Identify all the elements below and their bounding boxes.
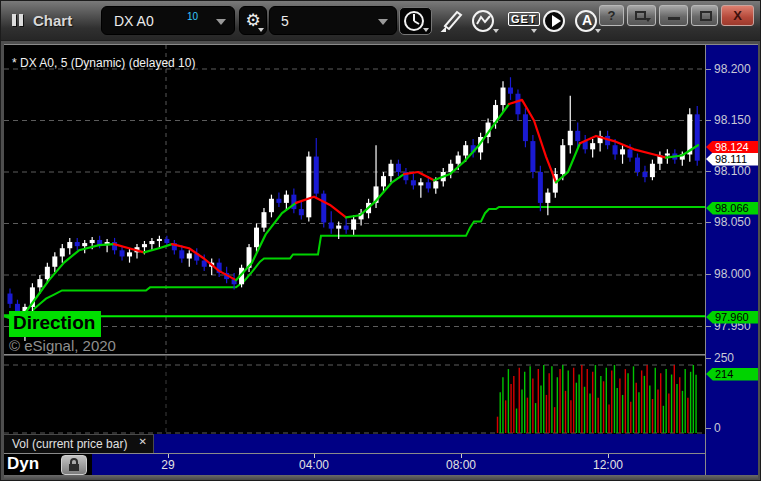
close-icon: X xyxy=(733,8,742,23)
lock-icon xyxy=(62,456,86,474)
play-button[interactable] xyxy=(541,7,571,35)
price-badge: 98.111 xyxy=(706,153,758,166)
price-chart-pane[interactable]: * DX A0, 5 (Dynamic) (delayed 10) Direct… xyxy=(4,45,705,354)
symbol-input[interactable]: DX A0 10 xyxy=(101,6,235,35)
interval-value: 5 xyxy=(281,13,289,29)
minimize-icon xyxy=(668,17,680,20)
pane-border xyxy=(4,44,758,45)
maximize-icon xyxy=(700,11,712,21)
axis-tick-label: 98.200 xyxy=(714,62,751,76)
dyn-label: Dyn xyxy=(7,454,39,474)
help-button[interactable]: ? xyxy=(599,5,624,26)
axis-tick xyxy=(706,326,711,327)
pencil-icon xyxy=(437,7,467,35)
interval-input[interactable]: 5 xyxy=(269,6,397,35)
chevron-down-icon xyxy=(531,29,537,33)
get-label: GET xyxy=(508,12,540,26)
axis-tick xyxy=(706,274,711,275)
chevron-down-icon[interactable] xyxy=(378,19,388,25)
time-axis-label: 29 xyxy=(161,458,174,472)
axis-tick xyxy=(706,222,711,223)
play-icon xyxy=(552,15,561,27)
axis-tick xyxy=(706,69,711,70)
price-axis[interactable]: 98.20098.15098.10098.05098.00097.9502500… xyxy=(705,45,758,475)
time-axis[interactable]: Dyn 2904:0008:0012:00 xyxy=(4,453,705,475)
price-badge: 98.066 xyxy=(706,202,758,215)
draw-button[interactable] xyxy=(437,7,467,35)
study-tab-bar: Vol (current price bar) ✕ xyxy=(4,434,705,453)
chevron-down-icon xyxy=(423,28,429,32)
axis-tick-label: 98.000 xyxy=(714,267,751,281)
axis-tick xyxy=(706,120,711,121)
time-axis-label: 08:00 xyxy=(446,458,476,472)
pane-divider[interactable] xyxy=(4,354,705,355)
axis-tick-label: 98.050 xyxy=(714,215,751,229)
price-badge: 97.960 xyxy=(706,311,758,324)
close-button[interactable]: X xyxy=(721,5,754,26)
restore-window-button[interactable] xyxy=(627,5,656,26)
price-badge: 214 xyxy=(706,368,758,381)
dyn-mode-area: Dyn xyxy=(4,454,92,476)
price-badge: 98.124 xyxy=(706,141,758,154)
volume-chart[interactable] xyxy=(4,356,705,434)
volume-tab-label: Vol (current price bar) xyxy=(12,437,127,451)
volume-pane[interactable] xyxy=(4,356,705,434)
titlebar[interactable]: Chart DX A0 10 ⚙ 5 xyxy=(1,1,761,41)
help-icon: ? xyxy=(608,8,616,23)
axis-tick xyxy=(706,171,711,172)
axis-tick-label: 250 xyxy=(714,351,734,365)
letter-a: A xyxy=(573,10,601,30)
chevron-down-icon xyxy=(258,28,264,32)
tab-volume-study[interactable]: Vol (current price bar) ✕ xyxy=(4,434,154,453)
time-axis-label: 12:00 xyxy=(593,458,623,472)
direction-label: Direction xyxy=(9,311,101,337)
time-axis-label: 04:00 xyxy=(299,458,329,472)
axis-tick xyxy=(706,358,711,359)
axis-tick-label: 98.100 xyxy=(714,164,751,178)
window-frame-bottom xyxy=(1,475,761,481)
time-interval-button[interactable] xyxy=(399,7,432,35)
chart-window: Chart DX A0 10 ⚙ 5 xyxy=(0,0,761,481)
price-chart[interactable] xyxy=(4,45,705,354)
axis-tick-label: 0 xyxy=(714,421,721,435)
esignal-watermark: © eSignal, 2020 xyxy=(9,337,116,354)
axis-tick xyxy=(706,428,711,429)
symbol-delay-badge: 10 xyxy=(187,11,198,22)
maximize-button[interactable] xyxy=(691,5,718,26)
chevron-down-icon[interactable] xyxy=(216,19,226,25)
minimize-button[interactable] xyxy=(659,5,688,26)
chart-legend: * DX A0, 5 (Dynamic) (delayed 10) xyxy=(12,56,195,70)
symbol-value: DX A0 xyxy=(114,13,154,29)
chart-type-button[interactable] xyxy=(469,7,501,35)
settings-button[interactable]: ⚙ xyxy=(239,6,267,35)
window-frame-left xyxy=(1,41,4,481)
chevron-down-icon xyxy=(595,29,601,33)
get-data-button[interactable]: GET xyxy=(505,7,539,35)
lock-button[interactable] xyxy=(61,455,87,475)
axis-tick-label: 98.150 xyxy=(714,113,751,127)
close-icon[interactable]: ✕ xyxy=(139,433,147,451)
chevron-down-icon xyxy=(493,29,499,33)
window-title: Chart xyxy=(33,12,72,29)
chevron-down-icon xyxy=(645,18,651,22)
chart-app-icon xyxy=(12,14,28,27)
